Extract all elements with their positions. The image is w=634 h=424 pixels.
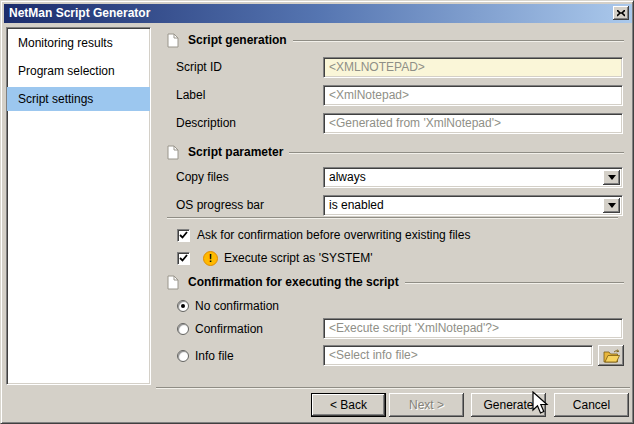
sidebar-item-script-settings[interactable]: Script settings xyxy=(7,87,150,111)
close-icon xyxy=(617,10,625,17)
section-divider xyxy=(405,282,624,284)
section-header-script-generation: Script generation xyxy=(167,32,624,48)
execute-as-system-label: Execute script as 'SYSTEM' xyxy=(224,251,373,265)
info-file-row: Info file xyxy=(177,348,234,364)
label-label: Label xyxy=(176,88,205,102)
confirmation-label: Confirmation xyxy=(195,322,263,336)
no-confirmation-radio[interactable] xyxy=(177,300,189,312)
document-icon xyxy=(167,145,179,160)
execute-as-system-row: ! Execute script as 'SYSTEM' xyxy=(177,250,373,266)
wizard-step-list: Monitoring results Program selection Scr… xyxy=(6,27,151,385)
confirmation-radio[interactable] xyxy=(177,323,189,335)
chevron-down-icon xyxy=(608,203,616,208)
confirmation-row: Confirmation xyxy=(177,321,263,337)
copy-files-dropdown[interactable]: always xyxy=(323,167,623,188)
no-confirmation-label: No confirmation xyxy=(195,299,279,313)
divider xyxy=(167,217,618,219)
window-title: NetMan Script Generator xyxy=(9,6,150,20)
copy-files-label: Copy files xyxy=(176,170,229,184)
radio-dot xyxy=(181,304,185,308)
dropdown-button[interactable] xyxy=(603,170,620,185)
next-button[interactable]: Next > xyxy=(389,393,464,417)
os-progress-bar-label: OS progress bar xyxy=(176,198,264,212)
back-button[interactable]: < Back xyxy=(311,393,386,417)
execute-as-system-checkbox[interactable] xyxy=(177,252,190,265)
os-progress-bar-value: is enabled xyxy=(329,198,384,212)
info-file-radio[interactable] xyxy=(177,350,189,362)
overwrite-confirmation-row: Ask for confirmation before overwriting … xyxy=(177,227,470,243)
section-divider xyxy=(289,152,624,154)
info-file-label: Info file xyxy=(195,349,234,363)
netman-script-generator-dialog: NetMan Script Generator Monitoring resul… xyxy=(0,0,634,424)
script-id-label: Script ID xyxy=(176,60,222,74)
overwrite-confirmation-checkbox[interactable] xyxy=(177,229,190,242)
title-bar: NetMan Script Generator xyxy=(4,4,632,23)
open-folder-icon xyxy=(603,349,620,363)
no-confirmation-row: No confirmation xyxy=(177,298,279,314)
script-id-field[interactable]: <XMLNOTEPAD> xyxy=(323,57,623,78)
info-file-field[interactable]: <Select info file> xyxy=(323,345,593,366)
document-icon xyxy=(167,275,179,290)
sidebar-item-program-selection[interactable]: Program selection xyxy=(7,59,150,83)
section-title: Script generation xyxy=(188,33,287,47)
checkmark-icon xyxy=(179,254,188,262)
section-title: Script parameter xyxy=(188,145,283,159)
description-label: Description xyxy=(176,116,236,130)
section-header-script-parameter: Script parameter xyxy=(167,144,624,160)
section-divider xyxy=(293,40,624,42)
warning-icon: ! xyxy=(203,251,218,266)
cancel-button[interactable]: Cancel xyxy=(554,393,629,417)
sidebar-item-monitoring-results[interactable]: Monitoring results xyxy=(7,31,150,55)
section-title: Confirmation for executing the script xyxy=(188,275,399,289)
description-field[interactable]: <Generated from 'XmlNotepad'> xyxy=(323,113,623,134)
confirmation-text-field[interactable]: <Execute script 'XmlNotepad'?> xyxy=(323,318,623,339)
section-header-confirmation: Confirmation for executing the script xyxy=(167,274,624,290)
label-field[interactable]: <XmlNotepad> xyxy=(323,85,623,106)
dropdown-button[interactable] xyxy=(603,198,620,213)
checkmark-icon xyxy=(179,231,188,239)
button-area-divider xyxy=(156,387,630,389)
close-button[interactable] xyxy=(613,6,629,20)
chevron-down-icon xyxy=(608,175,616,180)
os-progress-bar-dropdown[interactable]: is enabled xyxy=(323,195,623,216)
browse-info-file-button[interactable] xyxy=(598,345,624,366)
generate-button[interactable]: Generate xyxy=(471,393,546,417)
overwrite-confirmation-label: Ask for confirmation before overwriting … xyxy=(197,228,470,242)
document-icon xyxy=(167,33,179,48)
copy-files-value: always xyxy=(329,170,366,184)
